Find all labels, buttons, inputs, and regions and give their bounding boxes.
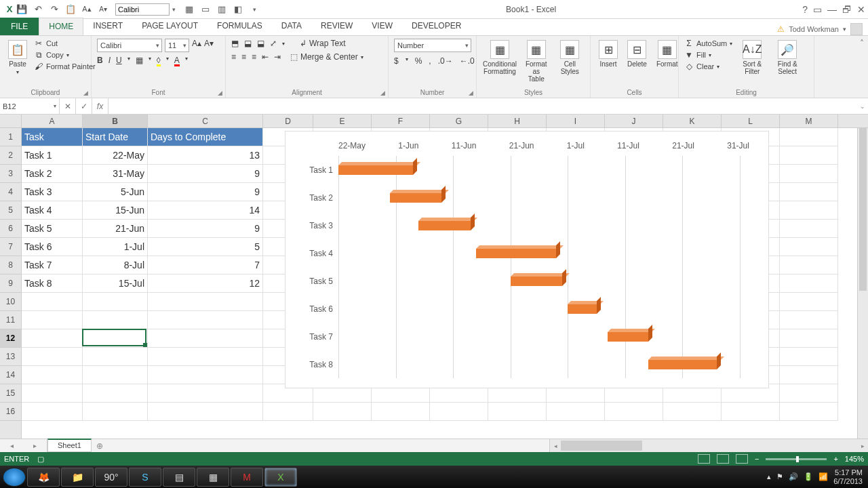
align-top-icon[interactable]: ⬒ [231,39,239,48]
gantt-bar[interactable] [418,221,470,230]
cell[interactable] [780,403,838,421]
cell[interactable]: 5-Jun [83,183,148,201]
tab-data[interactable]: DATA [272,18,311,35]
font-color-button[interactable]: A [174,56,180,65]
cell[interactable] [488,403,547,421]
cell[interactable] [83,348,148,366]
cell[interactable] [663,403,722,421]
conditional-formatting-button[interactable]: ▦Conditional Formatting [482,39,517,77]
row-header-1[interactable]: 1 [0,128,21,146]
row-header-7[interactable]: 7 [0,238,21,256]
bold-button[interactable]: B [97,56,103,65]
autosum-button[interactable]: ΣAutoSum▾ [684,39,732,48]
cell[interactable] [780,256,838,274]
gantt-bar[interactable] [568,304,596,314]
expand-formula-bar-icon[interactable]: ⌄ [857,98,868,114]
formula-input[interactable] [108,98,857,114]
row-header-9[interactable]: 9 [0,274,21,293]
tray-icon[interactable]: 🔊 [789,472,798,481]
cell[interactable] [430,403,488,421]
col-header-A[interactable]: A [22,115,83,127]
sheet-tab[interactable]: Sheet1 [47,439,92,452]
col-header-F[interactable]: F [372,115,430,127]
cell[interactable] [22,293,83,311]
row-header-2[interactable]: 2 [0,146,21,165]
cell[interactable] [148,311,263,329]
cell[interactable]: 9 [148,220,263,238]
cell[interactable] [83,329,148,348]
qat-icon[interactable]: ▭ [200,4,211,15]
zoom-slider[interactable] [766,458,827,460]
cell[interactable] [148,329,263,348]
row-header-14[interactable]: 14 [0,366,21,384]
fill-button[interactable]: ▼Fill▾ [684,50,732,60]
shrink-font-icon[interactable]: A▾ [204,39,214,48]
cell[interactable] [780,274,838,293]
cell[interactable]: Task [22,128,83,146]
qat-paste-icon[interactable]: 📋 [65,4,76,15]
taskbar-firefox[interactable]: 🦊 [27,468,60,487]
row-header-12[interactable]: 12 [0,329,21,348]
gantt-bar[interactable] [608,332,648,342]
dialog-launcher-icon[interactable]: ◢ [83,89,88,96]
cell[interactable]: Task 1 [22,146,83,165]
col-header-B[interactable]: B [83,115,148,127]
tab-view[interactable]: VIEW [362,18,402,35]
row-header-8[interactable]: 8 [0,256,21,274]
underline-button[interactable]: U [116,56,122,65]
cell[interactable] [605,403,663,421]
cell[interactable] [148,366,263,384]
fx-icon[interactable]: fx [92,98,108,114]
cell[interactable]: 15-Jul [83,274,148,293]
qat-icon[interactable]: ◧ [233,4,243,15]
dialog-launcher-icon[interactable]: ◢ [380,89,385,96]
col-header-M[interactable]: M [780,115,838,127]
percent-icon[interactable]: % [415,56,422,66]
currency-icon[interactable]: $ [394,56,399,66]
cell[interactable] [780,165,838,183]
zoom-level[interactable]: 145% [845,455,864,463]
cell[interactable] [780,183,838,201]
cell[interactable] [780,384,838,403]
font-size-combo[interactable]: 11 [165,39,189,52]
redo-icon[interactable]: ↷ [49,4,60,15]
cell[interactable] [780,348,838,366]
worksheet[interactable]: 12345678910111213141516 ABCDEFGHIJKLM Ta… [0,115,868,439]
row-header-6[interactable]: 6 [0,220,21,238]
decrease-decimal-icon[interactable]: ←.0 [460,56,475,66]
cell[interactable]: 9 [148,183,263,201]
tab-developer[interactable]: DEVELOPER [402,18,471,35]
cell[interactable] [780,128,838,146]
align-center-icon[interactable]: ≡ [241,52,246,62]
cell[interactable] [22,311,83,329]
insert-cells-button[interactable]: ⊞Insert [596,39,620,69]
cell[interactable] [83,311,148,329]
tab-home[interactable]: HOME [39,18,83,35]
sheet-nav-first-icon[interactable]: ◂ [10,442,14,449]
col-header-L[interactable]: L [722,115,780,127]
qat-icon[interactable]: ▦ [184,4,195,15]
cell[interactable]: Task 8 [22,274,83,293]
cell[interactable]: 13 [148,146,263,165]
cell[interactable]: 15-Jun [83,201,148,220]
cell[interactable]: Start Date [83,128,148,146]
cell[interactable] [547,403,605,421]
collapse-ribbon-icon[interactable]: ˄ [856,36,868,98]
taskbar-app[interactable]: ▦ [197,468,229,487]
row-header-13[interactable]: 13 [0,348,21,366]
cell[interactable]: Task 2 [22,165,83,183]
font-name-combo[interactable]: Calibri [97,39,162,52]
col-header-E[interactable]: E [313,115,372,127]
border-button[interactable]: ▦ [136,56,143,65]
page-break-view-icon[interactable] [736,454,748,464]
cell[interactable] [148,384,263,403]
cell[interactable]: Task 6 [22,238,83,256]
taskbar-weather[interactable]: 90° [95,468,127,487]
number-format-combo[interactable]: Number [394,39,471,52]
cell[interactable]: 31-May [83,165,148,183]
row-header-11[interactable]: 11 [0,311,21,329]
new-sheet-button[interactable]: ⊕ [92,439,108,452]
qat-font-combo[interactable]: ▾ [115,3,176,16]
gantt-bar[interactable] [390,193,441,203]
horizontal-scrollbar[interactable]: ◂▸ [549,439,868,452]
